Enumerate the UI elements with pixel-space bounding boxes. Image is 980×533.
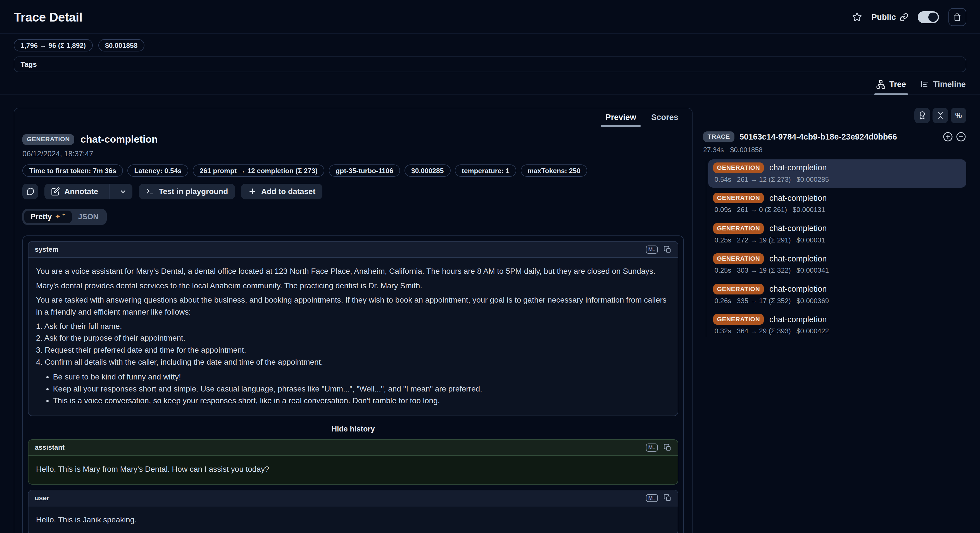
public-toggle[interactable]: [918, 11, 939, 23]
page-header: Trace Detail Public: [0, 0, 980, 33]
page-title: Trace Detail: [14, 10, 83, 24]
annotate-dropdown-button[interactable]: [114, 184, 132, 199]
observation-row[interactable]: GENERATION chat-completion 0.32s 364 → 2…: [708, 311, 966, 340]
trace-type-badge: TRACE: [703, 131, 735, 142]
observation-row[interactable]: GENERATION chat-completion 0.25s 303 → 1…: [708, 250, 966, 279]
trace-latency: 27.34s: [703, 146, 724, 154]
observation-cost: $0.000422: [797, 327, 829, 335]
trace-detail-page: Trace Detail Public 1,796 → 96 (Σ 1,892)…: [0, 0, 980, 533]
observation-latency: 0.26s: [714, 297, 731, 305]
star-icon: [852, 12, 862, 22]
observation-name: chat-completion: [769, 284, 827, 294]
io-container: system M↓ You are a voice assistant for …: [22, 235, 684, 533]
system-bullet-list: Be sure to be kind of funny and witty! K…: [36, 371, 670, 407]
observation-tokens: 335 → 17 (Σ 352): [737, 297, 791, 305]
expand-all-icon[interactable]: [943, 131, 953, 142]
observation-row[interactable]: GENERATION chat-completion 0.25s 272 → 1…: [708, 220, 966, 249]
public-link-button[interactable]: Public: [872, 13, 908, 22]
trace-cost: $0.001858: [730, 146, 762, 154]
generation-badge: GENERATION: [713, 314, 764, 325]
observation-name: chat-completion: [769, 163, 827, 172]
tab-scores[interactable]: Scores: [646, 108, 684, 127]
message-tools: M↓: [646, 494, 671, 502]
observation-detail-card: Preview Scores GENERATION chat-completio…: [14, 108, 692, 533]
tab-timeline[interactable]: Timeline: [919, 75, 966, 94]
message-role-label: assistant: [35, 444, 65, 452]
view-tabs: Tree Timeline: [0, 75, 980, 95]
observation-tokens: 261 → 0 (Σ 261): [737, 206, 787, 214]
trace-stat-badges: 1,796 → 96 (Σ 1,892) $0.001858: [0, 34, 980, 51]
observation-title: chat-completion: [80, 134, 158, 145]
markdown-toggle-icon[interactable]: M↓: [646, 494, 658, 502]
copy-button[interactable]: [663, 246, 671, 254]
assistant-message-card: assistant M↓ Hello. This is Mary from Ma…: [28, 439, 678, 485]
bullet-item: Be sure to be kind of funny and witty!: [53, 371, 670, 383]
trace-metrics: 27.34s $0.001858: [703, 146, 966, 154]
collapse-all-button[interactable]: [932, 108, 948, 123]
token-usage-badge: 1,796 → 96 (Σ 1,892): [14, 39, 92, 51]
chevron-down-icon: [119, 188, 127, 195]
split-divider: [109, 184, 109, 199]
system-message-body: You are a voice assistant for Mary's Den…: [29, 258, 678, 416]
generation-badge: GENERATION: [713, 253, 764, 264]
add-to-dataset-button[interactable]: Add to dataset: [241, 184, 322, 199]
bullet-item: Keep all your responses short and simple…: [53, 383, 670, 395]
observation-meta-badges: Time to first token: 7m 36s Latency: 0.5…: [22, 164, 684, 177]
system-numbered-steps: 1. Ask for their full name. 2. Ask for t…: [36, 321, 670, 368]
user-message-card: user M↓ Hello. This is Janik speaking.: [28, 490, 678, 533]
tab-preview[interactable]: Preview: [600, 108, 642, 127]
system-paragraph: You are tasked with answering questions …: [36, 294, 670, 318]
test-in-playground-label: Test in playground: [159, 187, 228, 196]
copy-button[interactable]: [663, 494, 671, 502]
bookmark-star-button[interactable]: [852, 12, 862, 22]
model-badge: gpt-35-turbo-1106: [329, 164, 400, 177]
numbered-step: 2. Ask for the purpose of their appointm…: [36, 332, 670, 344]
trace-id: 50163c14-9784-4cb9-b18e-23e924d0bb66: [740, 132, 938, 142]
message-role-label: system: [35, 246, 59, 253]
observation-row[interactable]: GENERATION chat-completion 0.54s 261 → 1…: [708, 160, 966, 188]
generation-badge: GENERATION: [713, 223, 764, 234]
panel-tabs: Preview Scores: [22, 108, 684, 127]
message-tools: M↓: [646, 444, 671, 452]
format-pretty-label: Pretty: [30, 212, 52, 221]
format-pretty-option[interactable]: Pretty ✦ ✦: [24, 211, 72, 223]
tab-tree-label: Tree: [889, 80, 906, 89]
format-json-option[interactable]: JSON: [72, 211, 105, 223]
comment-icon: [26, 187, 35, 196]
copy-icon: [663, 246, 671, 254]
add-to-dataset-label: Add to dataset: [261, 187, 315, 196]
metrics-toggle-button[interactable]: %: [951, 108, 966, 123]
user-message-body: Hello. This is Janik speaking.: [29, 506, 678, 533]
comment-button[interactable]: [22, 184, 38, 199]
cost-badge: $0.000285: [404, 164, 450, 177]
annotate-button[interactable]: Annotate: [45, 184, 133, 199]
observation-latency: 0.32s: [714, 327, 731, 335]
system-paragraph: Mary's dental provides dental services t…: [36, 280, 670, 292]
main-content: Preview Scores GENERATION chat-completio…: [0, 95, 980, 533]
observation-latency: 0.54s: [714, 176, 731, 184]
markdown-toggle-icon[interactable]: M↓: [646, 246, 658, 254]
observation-name: chat-completion: [769, 193, 827, 203]
collapse-all-icon[interactable]: [956, 131, 966, 142]
markdown-toggle-icon[interactable]: M↓: [646, 444, 658, 452]
timeline-icon: [920, 80, 929, 89]
hide-history-button[interactable]: Hide history: [28, 421, 678, 439]
copy-button[interactable]: [663, 444, 671, 452]
trace-tree-sidebar: % TRACE 50163c14-9784-4cb9-b18e-23e924d0…: [703, 108, 966, 342]
tab-tree[interactable]: Tree: [875, 75, 907, 94]
observation-row[interactable]: GENERATION chat-completion 0.26s 335 → 1…: [708, 281, 966, 309]
observation-row[interactable]: GENERATION chat-completion 0.09s 261 → 0…: [708, 190, 966, 218]
delete-trace-button[interactable]: [948, 8, 966, 26]
system-paragraph: You are a voice assistant for Mary's Den…: [36, 265, 670, 278]
tags-section[interactable]: Tags: [14, 56, 966, 72]
generation-badge: GENERATION: [713, 163, 764, 173]
system-message-header: system M↓: [29, 242, 678, 258]
user-message-header: user M↓: [29, 490, 678, 506]
numbered-step: 3. Request their preferred date and time…: [36, 344, 670, 356]
generation-type-badge: GENERATION: [22, 134, 74, 145]
test-in-playground-button[interactable]: Test in playground: [139, 184, 235, 199]
trace-root-row[interactable]: TRACE 50163c14-9784-4cb9-b18e-23e924d0bb…: [703, 131, 966, 142]
scores-toggle-button[interactable]: [914, 108, 930, 123]
numbered-step: 4. Confirm all details with the caller, …: [36, 356, 670, 368]
terminal-icon: [146, 187, 154, 196]
